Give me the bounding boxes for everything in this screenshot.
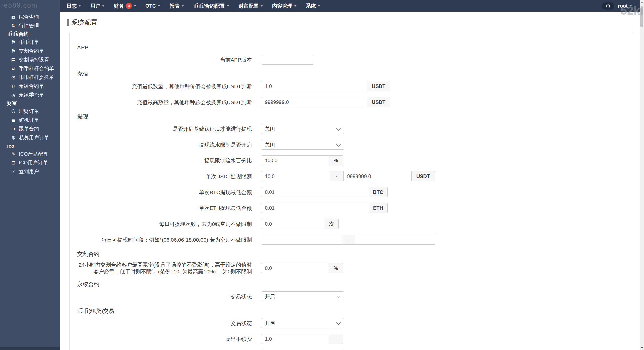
sidebar-item-private-placement-orders[interactable]: $私募用户订单	[0, 133, 60, 142]
withdraw-time-start-input[interactable]	[261, 235, 342, 245]
menu-coin-contract-config[interactable]: 币币/合约配置	[193, 3, 229, 9]
field-label: 卖出手续费	[77, 336, 252, 342]
field-label: 单次ETH提现最低金额	[77, 205, 252, 211]
menu-users[interactable]: 用户	[90, 3, 105, 9]
title-marker	[67, 19, 69, 26]
field-spot-trade-status: 交易状态 开启	[77, 318, 633, 328]
sidebar-menu: ▦综合查询 ⇅行情管理 币币/合约 ⚑币币订单 ⚑交割合约单 ▤交割场控设置 ⧉…	[0, 13, 60, 181]
sidebar-item-label: ICO用户订单	[19, 158, 48, 167]
sidebar-item-summary-query[interactable]: ▦综合查询	[0, 13, 60, 21]
perpetual-trade-status-select[interactable]: 开启	[261, 291, 344, 301]
withdraw-auth-select[interactable]: 关闭	[261, 124, 344, 134]
usdt-withdraw-max-input[interactable]	[344, 171, 412, 181]
chevron-down-icon	[181, 5, 184, 7]
sidebar-item-signin-users[interactable]: ☑签到用户	[0, 167, 60, 176]
sidebar-item-copy-trade-contract[interactable]: ↪跟单合约	[0, 124, 60, 133]
chevron-down-icon	[78, 5, 81, 7]
menu-otc[interactable]: OTC	[145, 3, 160, 9]
clipboard-icon: ▤	[10, 55, 17, 64]
recharge-max-input[interactable]	[261, 97, 367, 107]
chevron-down-icon	[318, 5, 320, 7]
btc-withdraw-min-input[interactable]	[261, 187, 369, 197]
sidebar-item-ico-product-config[interactable]: ✎ICO产品配置	[0, 150, 60, 158]
field-label: 每日可提现时间段：例如*(06:06:06-18:00:00),若为空则不做限制	[77, 236, 252, 243]
sidebar-item-label: 跟单合约	[19, 124, 39, 133]
sell-fee-input[interactable]	[261, 334, 329, 344]
field-max-win-rate: 24小时内交割合约客户最高赢率(设置了场控的不受影响)，高于设定的值时客户必亏，…	[77, 261, 633, 275]
main-content: 系统配置 APP 当前APP版本 充值 充值最低数量，其他币种价值会被换算成US…	[60, 12, 640, 350]
field-label: 单次BTC提现最低金额	[77, 189, 252, 196]
menu-logs[interactable]: 日志	[67, 3, 81, 9]
percent-addon: %	[329, 155, 343, 165]
sidebar-item-miner-orders[interactable]: ≣矿机订单	[0, 116, 60, 124]
chevron-down-icon	[102, 5, 105, 7]
sidebar-item-delivery-contract-orders[interactable]: ⚑交割合约单	[0, 47, 60, 55]
support-button[interactable]	[602, 2, 614, 10]
sidebar-item-label: 综合查询	[19, 13, 39, 21]
sidebar-item-ico-user-orders[interactable]: ⊟ICO用户订单	[0, 158, 60, 167]
menu-wealth-config[interactable]: 财富配置	[238, 3, 263, 9]
field-recharge-max: 充值最高数量，其他币种总会被换算成USDT判断 USDT	[77, 97, 633, 107]
field-label: 每日可提现次数，若为0或空则不做限制	[77, 221, 252, 227]
sidebar-group-coin-contract: 币币/合约	[0, 30, 60, 38]
sidebar-item-coin-orders[interactable]: ⚑币币订单	[0, 38, 60, 47]
sidebar-item-leverage-contract-orders[interactable]: ⧉币币杠杆合约单	[0, 64, 60, 73]
app-version-input[interactable]	[261, 55, 314, 65]
topbar: 日志 用户 财务4 OTC 报表 币币/合约配置 财富配置 内容管理 系统 ro…	[60, 0, 644, 12]
section-heading-spot-trade: 币币(现货)交易	[77, 307, 633, 315]
grid-icon: ▦	[10, 13, 17, 21]
copy-icon: ⧉	[10, 82, 17, 91]
sidebar-item-label: 币币杠杆合约单	[19, 64, 54, 73]
menu-content-manage[interactable]: 内容管理	[272, 3, 297, 9]
sidebar-divider	[0, 181, 60, 181]
sidebar-item-label: 签到用户	[19, 167, 39, 176]
sidebar-item-perpetual-contract-orders[interactable]: ⧉永续合约单	[0, 82, 60, 91]
chevron-down-icon	[158, 5, 160, 7]
sidebar: re589.com ▦综合查询 ⇅行情管理 币币/合约 ⚑币币订单 ⚑交割合约单…	[0, 0, 60, 350]
chevron-down-icon	[227, 5, 229, 7]
count-addon: 次	[325, 219, 339, 229]
recharge-min-input[interactable]	[261, 81, 367, 91]
chevron-down-icon	[134, 5, 136, 7]
max-win-rate-input[interactable]	[261, 263, 329, 273]
chevron-down-icon	[260, 5, 263, 7]
sidebar-item-perpetual-entrust-orders[interactable]: ◷永续委托单	[0, 91, 60, 99]
notification-badge: 4	[126, 3, 132, 9]
sidebar-item-delivery-control-settings[interactable]: ▤交割场控设置	[0, 55, 60, 64]
vertical-scrollbar[interactable]	[640, 0, 644, 350]
field-label: 交易状态	[77, 293, 252, 300]
withdraw-flow-percent-input[interactable]	[261, 155, 329, 165]
eth-withdraw-min-input[interactable]	[261, 203, 369, 213]
scroll-down-arrow-icon[interactable]	[640, 347, 643, 349]
unit-addon: USDT	[367, 97, 390, 107]
unit-addon: USDT	[367, 81, 390, 91]
order-clock-icon: ◷	[10, 91, 17, 99]
sidebar-item-finance-orders[interactable]: ⛁理财订单	[0, 107, 60, 116]
sidebar-item-market-manage[interactable]: ⇅行情管理	[0, 21, 60, 30]
sidebar-item-label: 行情管理	[19, 21, 39, 30]
field-label: 24小时内交割合约客户最高赢率(设置了场控的不受影响)，高于设定的值时客户必亏，…	[77, 261, 252, 275]
dollar-icon: $	[10, 133, 17, 142]
withdraw-time-end-input[interactable]	[355, 235, 435, 245]
field-eth-withdraw-min: 单次ETH提现最低金额 ETH	[77, 203, 633, 213]
field-sell-fee: 卖出手续费	[77, 334, 633, 344]
scroll-up-arrow-icon[interactable]	[640, 1, 643, 3]
section-heading-withdraw: 提现	[77, 113, 633, 120]
daily-withdraw-count-input[interactable]	[261, 219, 325, 229]
copy-icon: ⧉	[10, 64, 17, 73]
horizontal-scrollbar[interactable]	[0, 347, 60, 350]
usdt-withdraw-min-input[interactable]	[261, 171, 330, 181]
menu-system[interactable]: 系统	[306, 3, 320, 9]
menu-finance[interactable]: 财务4	[114, 3, 136, 9]
percent-addon: %	[329, 263, 343, 273]
field-label: 交易状态	[77, 320, 252, 327]
spot-trade-status-select[interactable]: 开启	[261, 318, 344, 328]
unit-addon: USDT	[412, 171, 435, 181]
sidebar-item-leverage-entrust-orders[interactable]: ◷币币杠杆委托单	[0, 73, 60, 82]
bookmark-icon: ⚑	[10, 38, 17, 47]
sidebar-item-label: ICO产品配置	[19, 150, 48, 158]
sidebar-item-label: 交割场控设置	[19, 55, 49, 64]
menu-reports[interactable]: 报表	[170, 3, 184, 9]
headset-icon	[606, 3, 611, 8]
withdraw-flow-limit-select[interactable]: 关闭	[261, 140, 344, 150]
